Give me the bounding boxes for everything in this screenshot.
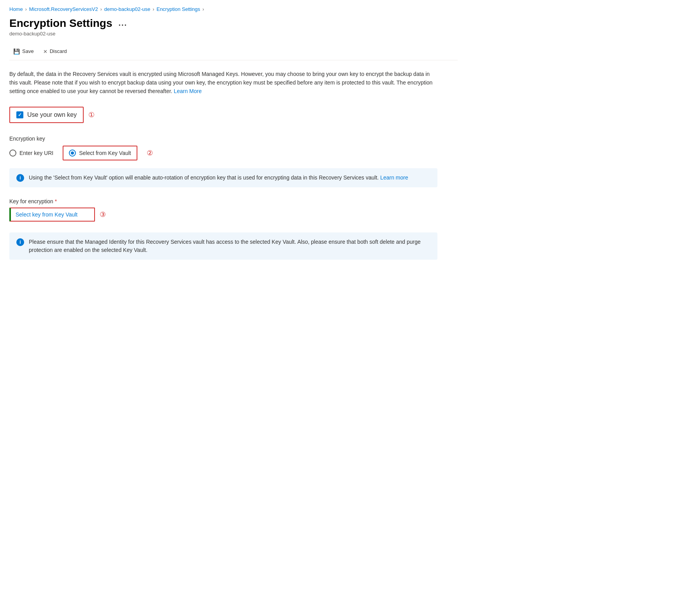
breadcrumb-home[interactable]: Home (9, 6, 23, 12)
toolbar: Save Discard (9, 43, 458, 60)
learn-more-link-1[interactable]: Learn More (174, 88, 202, 94)
radio-label-vault: Select from Key Vault (79, 150, 131, 156)
discard-button[interactable]: Discard (39, 46, 71, 57)
use-own-key-checkbox-wrapper[interactable]: ✓ Use your own key (9, 107, 84, 123)
info-text-body-1: Using the 'Select from Key Vault' option… (29, 174, 379, 181)
step-badge-3: ③ (100, 210, 106, 219)
encryption-key-section: Encryption key Enter key URI Select from… (9, 136, 458, 160)
discard-icon (43, 48, 47, 55)
save-button[interactable]: Save (9, 46, 38, 57)
learn-more-link-2[interactable]: Learn more (380, 174, 408, 181)
breadcrumb-vault[interactable]: demo-backup02-use (104, 6, 151, 12)
info-text-2: Please ensure that the Managed Identity … (29, 238, 430, 254)
page-subtitle: demo-backup02-use (9, 31, 458, 37)
breadcrumb-current: Encryption Settings (156, 6, 200, 12)
more-options-button[interactable]: ... (116, 18, 130, 28)
info-box-1: i Using the 'Select from Key Vault' opti… (9, 168, 437, 187)
key-input-placeholder: Select key from Key Vault (16, 211, 77, 218)
radio-circle-uri (9, 150, 16, 157)
key-for-encryption-section: Key for encryption * Select key from Key… (9, 198, 458, 222)
description-text: By default, the data in the Recovery Ser… (9, 70, 437, 96)
page-title-row: Encryption Settings ... (9, 17, 458, 30)
radio-label-uri: Enter key URI (19, 150, 53, 156)
info-icon-2: i (16, 238, 24, 246)
breadcrumb-sep-4: › (202, 7, 204, 12)
info-text-1: Using the 'Select from Key Vault' option… (29, 174, 408, 182)
field-label-row: Key for encryption * (9, 198, 458, 204)
breadcrumb-sep-1: › (25, 7, 27, 12)
breadcrumb-recovery[interactable]: Microsoft.RecoveryServicesV2 (29, 6, 98, 12)
page-container: Home › Microsoft.RecoveryServicesV2 › de… (0, 0, 467, 275)
key-field-label: Key for encryption (9, 198, 53, 204)
page-title: Encryption Settings (9, 17, 112, 30)
required-star: * (55, 198, 57, 204)
discard-label: Discard (50, 48, 67, 54)
key-input-field[interactable]: Select key from Key Vault (9, 208, 95, 222)
step-badge-2: ② (147, 149, 153, 157)
radio-circle-vault (69, 150, 76, 157)
info-icon-1: i (16, 174, 24, 182)
use-own-key-label: Use your own key (27, 111, 77, 118)
breadcrumb-sep-2: › (100, 7, 102, 12)
radio-enter-uri[interactable]: Enter key URI (9, 150, 53, 157)
encryption-key-label: Encryption key (9, 136, 458, 142)
save-label: Save (22, 48, 34, 54)
checkmark-icon: ✓ (18, 112, 22, 118)
step-badge-1: ① (88, 111, 95, 119)
radio-select-vault[interactable]: Select from Key Vault (63, 146, 137, 160)
info-box-2: i Please ensure that the Managed Identit… (9, 232, 437, 260)
description-body: By default, the data in the Recovery Ser… (9, 71, 432, 95)
save-icon (13, 48, 20, 55)
key-input-row: Select key from Key Vault ③ (9, 208, 458, 222)
breadcrumb-sep-3: › (153, 7, 154, 12)
use-own-key-section: ✓ Use your own key ① (9, 107, 458, 123)
breadcrumb: Home › Microsoft.RecoveryServicesV2 › de… (9, 6, 458, 12)
radio-group: Enter key URI Select from Key Vault ② (9, 146, 458, 160)
use-own-key-checkbox[interactable]: ✓ (16, 111, 23, 118)
